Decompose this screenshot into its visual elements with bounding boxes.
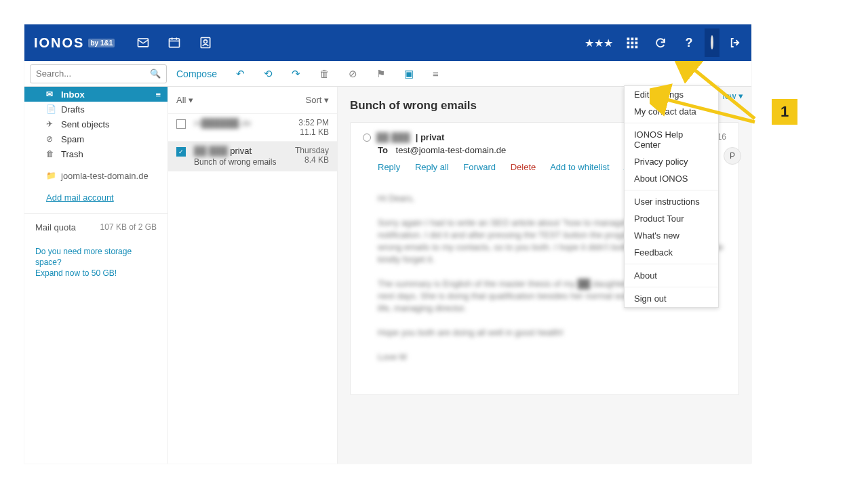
msg-size: 8.4 KB — [295, 155, 329, 165]
contacts-icon[interactable] — [199, 36, 212, 49]
toolbar: 🔍 Compose ↶ ⟲ ↷ 🗑 ⊘ ⚑ ▣ ≡ — [24, 61, 751, 87]
delete-icon[interactable]: 🗑 — [319, 68, 330, 79]
msg-time: 3:52 PM — [298, 118, 329, 127]
sidebar-item-drafts[interactable]: 📄 Drafts — [24, 102, 167, 117]
avatar-badge: P — [724, 147, 741, 165]
svg-rect-8 — [631, 42, 634, 45]
quota-value: 107 KB of 2 GB — [100, 222, 157, 232]
more-icon[interactable]: ≡ — [433, 68, 439, 79]
quota-label: Mail quota — [35, 222, 76, 232]
topbar: IONOS by 1&1 ★★★ ? — [24, 24, 751, 61]
calendar-icon[interactable] — [167, 36, 181, 49]
forward-icon[interactable]: ↷ — [292, 68, 300, 80]
nospam-icon: ⊘ — [46, 134, 53, 144]
logo-sub: by 1&1 — [88, 39, 115, 47]
spam-icon[interactable]: ⊘ — [349, 68, 357, 80]
checkbox[interactable]: ✓ — [176, 147, 186, 157]
flag-icon[interactable]: ⚑ — [376, 68, 385, 80]
reply-button[interactable]: Reply — [378, 162, 400, 172]
sidebar-item-sent[interactable]: ✈ Sent objects — [24, 117, 167, 131]
msg-subject: Bunch of wrong emails — [194, 157, 287, 167]
filter-all[interactable]: All ▾ — [176, 95, 193, 105]
svg-rect-5 — [631, 38, 634, 41]
add-mail-link[interactable]: Add mail account — [46, 192, 167, 203]
sidebar-item-trash[interactable]: 🗑 Trash — [24, 146, 167, 161]
folder-icon: 📁 — [46, 171, 56, 180]
svg-rect-11 — [631, 46, 634, 49]
hamburger-icon[interactable]: ≡ — [155, 89, 161, 100]
menu-privacy[interactable]: Privacy policy — [625, 153, 718, 170]
apps-icon[interactable] — [625, 36, 639, 49]
forward-button[interactable]: Forward — [463, 162, 496, 172]
logo[interactable]: IONOS by 1&1 — [34, 35, 115, 51]
svg-point-3 — [204, 40, 208, 43]
menu-contact-data[interactable]: My contact data — [625, 103, 718, 120]
trash-icon: 🗑 — [46, 149, 54, 159]
sidebar-item-label: Drafts — [61, 104, 85, 115]
menu-about[interactable]: About — [625, 267, 718, 284]
list-item[interactable]: m██████.de 3:52 PM 11.1 KB — [168, 114, 337, 142]
quota: Mail quota 107 KB of 2 GB — [24, 222, 167, 232]
sort-dropdown[interactable]: Sort ▾ — [306, 95, 329, 105]
menu-sign-out[interactable]: Sign out — [625, 290, 718, 307]
msg-time: Thursday — [295, 146, 329, 155]
menu-feedback[interactable]: Feedback — [625, 244, 718, 261]
svg-rect-12 — [635, 46, 638, 49]
menu-instructions[interactable]: User instructions — [625, 193, 718, 210]
plane-icon: ✈ — [46, 119, 53, 129]
reply-all-icon[interactable]: ⟲ — [264, 68, 273, 80]
avatar[interactable] — [711, 35, 713, 49]
msg-size: 11.1 KB — [298, 127, 329, 137]
sidebar-item-label: Trash — [61, 149, 83, 159]
logo-text: IONOS — [34, 35, 84, 51]
menu-edit-settings[interactable]: Edit Settings — [625, 86, 718, 103]
delete-button[interactable]: Delete — [511, 162, 536, 172]
sidebar-item-label: joomla-test-domain.de — [61, 171, 149, 181]
sidebar: ✉ Inbox ≡ 📄 Drafts ✈ Sent objects ⊘ Spam… — [24, 87, 168, 464]
callout-badge: 1 — [772, 99, 797, 125]
sidebar-item-account[interactable]: 📁 joomla-test-domain.de — [24, 168, 167, 183]
logout-icon[interactable] — [728, 36, 742, 49]
svg-rect-10 — [627, 46, 630, 49]
sidebar-item-spam[interactable]: ⊘ Spam — [24, 131, 167, 146]
menu-product-tour[interactable]: Product Tour — [625, 210, 718, 227]
sidebar-item-label: Spam — [61, 134, 84, 144]
menu-whats-new[interactable]: What's new — [625, 227, 718, 244]
svg-rect-4 — [627, 38, 630, 41]
search-field[interactable] — [36, 68, 150, 79]
search-icon[interactable]: 🔍 — [150, 68, 161, 79]
mail-icon[interactable] — [136, 36, 150, 49]
sidebar-item-inbox[interactable]: ✉ Inbox ≡ — [24, 87, 167, 102]
search-input[interactable]: 🔍 — [30, 64, 167, 83]
select-radio[interactable] — [363, 134, 371, 142]
refresh-icon[interactable] — [654, 36, 667, 49]
whitelist-button[interactable]: Add to whitelist — [550, 162, 609, 172]
reply-all-button[interactable]: Reply all — [415, 162, 449, 172]
list-item[interactable]: ✓ ██ ███ privat Bunch of wrong emails Th… — [168, 142, 337, 171]
svg-rect-9 — [635, 42, 638, 45]
compose-button[interactable]: Compose — [176, 68, 217, 79]
reply-icon[interactable]: ↶ — [236, 68, 245, 80]
menu-about-ionos[interactable]: About IONOS — [625, 170, 718, 187]
stars-icon[interactable]: ★★★ — [587, 36, 610, 49]
svg-rect-7 — [627, 42, 630, 45]
svg-rect-1 — [170, 39, 180, 47]
view-dropdown[interactable]: iew ▾ — [723, 91, 743, 101]
to-address: test@joomla-test-domain.de — [396, 145, 507, 155]
checkbox[interactable] — [176, 119, 186, 129]
account-menu: Edit Settings My contact data IONOS Help… — [624, 85, 719, 308]
to-label: To — [378, 145, 388, 155]
archive-icon[interactable]: ▣ — [404, 68, 414, 80]
message-list: All ▾ Sort ▾ m██████.de 3:52 PM 11.1 KB … — [168, 87, 338, 464]
sidebar-item-label: Inbox — [61, 89, 85, 100]
menu-help-center[interactable]: IONOS Help Center — [625, 126, 718, 153]
help-icon[interactable]: ? — [682, 36, 696, 49]
sidebar-item-label: Sent objects — [61, 119, 110, 129]
storage-hint[interactable]: Do you need more storage space? Expand n… — [24, 232, 167, 279]
inbox-icon: ✉ — [46, 89, 53, 99]
file-icon: 📄 — [46, 104, 56, 114]
svg-rect-6 — [635, 38, 638, 41]
sender-name: | privat — [416, 132, 445, 142]
